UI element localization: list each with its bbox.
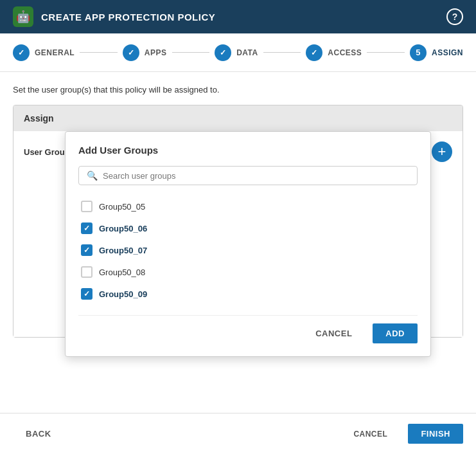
step-assign: 5 ASSIGN: [410, 44, 463, 61]
search-box: 🔍: [78, 166, 418, 185]
group-name: Group50_07: [99, 246, 147, 255]
step-assign-circle: 5: [410, 44, 427, 61]
list-item[interactable]: ✓ Group50_07: [78, 239, 418, 261]
step-data-label: DATA: [236, 48, 258, 57]
checkbox-group50-05[interactable]: [81, 201, 93, 212]
add-user-groups-dialog: Add User Groups 🔍 Group50_05 ✓ Group50_0…: [65, 131, 431, 357]
main-content: Set the user group(s) that this policy w…: [0, 72, 476, 413]
assign-card-header: Assign: [13, 105, 463, 131]
step-general-label: GENERAL: [35, 48, 75, 57]
assign-card: Assign User Groups + Add User Groups 🔍 G…: [13, 105, 463, 338]
search-input[interactable]: [103, 171, 409, 181]
step-data: ✓ DATA: [215, 44, 258, 61]
popup-title: Add User Groups: [78, 145, 418, 156]
step-general: ✓ GENERAL: [13, 44, 75, 61]
step-assign-label: ASSIGN: [432, 48, 463, 57]
popup-add-button[interactable]: ADD: [373, 323, 418, 343]
step-apps-circle: ✓: [123, 44, 139, 61]
step-apps: ✓ APPS: [123, 44, 167, 61]
step-connector-2: [172, 52, 210, 53]
app-icon: 🤖: [13, 6, 33, 27]
description-text: Set the user group(s) that this policy w…: [13, 85, 463, 95]
checkbox-group50-09[interactable]: ✓: [81, 288, 93, 300]
step-access-label: ACCESS: [328, 48, 362, 57]
group-list: Group50_05 ✓ Group50_06 ✓ Group50_07: [78, 195, 418, 305]
search-icon: 🔍: [87, 170, 98, 181]
step-connector-4: [367, 52, 405, 53]
checkbox-group50-06[interactable]: ✓: [81, 222, 93, 234]
cancel-button[interactable]: CANCEL: [340, 424, 400, 444]
list-item[interactable]: Group50_05: [78, 195, 418, 217]
app-header: 🤖 CREATE APP PROTECTION POLICY ?: [0, 0, 476, 33]
finish-button[interactable]: FINISH: [408, 424, 463, 444]
group-name: Group50_06: [99, 224, 147, 233]
step-connector-1: [80, 52, 118, 53]
step-general-circle: ✓: [13, 44, 30, 61]
list-item[interactable]: ✓ Group50_09: [78, 283, 418, 305]
checkbox-group50-07[interactable]: ✓: [81, 244, 93, 256]
group-name: Group50_08: [99, 268, 145, 277]
popup-cancel-button[interactable]: CANCEL: [303, 323, 365, 343]
assign-card-body: User Groups + Add User Groups 🔍 Group50_…: [13, 131, 463, 337]
group-name: Group50_09: [99, 289, 147, 299]
step-access-circle: ✓: [306, 44, 322, 61]
page-title: CREATE APP PROTECTION POLICY: [41, 12, 215, 23]
step-connector-3: [263, 52, 301, 53]
bottom-bar: BACK CANCEL FINISH: [0, 413, 476, 454]
stepper: ✓ GENERAL ✓ APPS ✓ DATA ✓ ACCESS 5 ASSIG…: [0, 33, 476, 72]
list-item[interactable]: Group50_08: [78, 261, 418, 283]
add-user-group-button[interactable]: +: [432, 141, 452, 162]
popup-footer: CANCEL ADD: [78, 315, 418, 343]
step-apps-label: APPS: [145, 48, 167, 57]
back-button[interactable]: BACK: [13, 424, 64, 444]
help-button[interactable]: ?: [446, 8, 463, 25]
list-item[interactable]: ✓ Group50_06: [78, 217, 418, 239]
step-access: ✓ ACCESS: [306, 44, 362, 61]
checkbox-group50-08[interactable]: [81, 266, 93, 278]
bottom-right-actions: CANCEL FINISH: [340, 424, 463, 444]
group-name: Group50_05: [99, 202, 145, 212]
step-data-circle: ✓: [215, 44, 231, 61]
header-left: 🤖 CREATE APP PROTECTION POLICY: [13, 6, 215, 27]
